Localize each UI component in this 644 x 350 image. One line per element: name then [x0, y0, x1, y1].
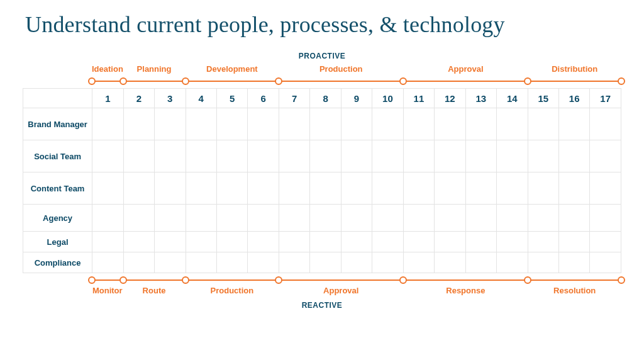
grid-cell	[341, 205, 372, 232]
proactive-phase-node	[524, 77, 531, 85]
proactive-phaseline: IdeationPlanningDevelopmentProductionApp…	[92, 64, 621, 88]
grid-cell	[310, 252, 341, 273]
reactive-phase-node	[524, 276, 531, 284]
grid-cell	[279, 172, 309, 205]
grid-col-header: 13	[465, 89, 496, 108]
grid-cell	[248, 172, 279, 205]
grid-cell	[310, 232, 341, 252]
grid-col-header: 10	[372, 89, 403, 108]
reactive-phase-node	[88, 276, 96, 284]
grid-cell	[279, 252, 309, 273]
grid-cell	[155, 205, 186, 232]
grid-cell	[155, 172, 186, 205]
grid-cell	[528, 172, 558, 205]
grid-row-header: Legal	[23, 232, 92, 252]
reactive-phase-node	[399, 276, 407, 284]
grid-cell	[558, 205, 589, 232]
grid-cell	[92, 172, 123, 205]
grid-cell	[528, 252, 558, 273]
grid-cell	[279, 205, 309, 232]
grid-cell	[248, 232, 279, 252]
grid-cell	[216, 205, 247, 232]
reactive-phase-label: Response	[403, 286, 528, 295]
grid-cell	[279, 232, 309, 252]
grid-row: Brand Manager	[23, 108, 621, 140]
grid-cell	[186, 140, 216, 172]
grid-cell	[310, 205, 341, 232]
grid-cell	[497, 140, 528, 172]
grid-cell	[341, 232, 372, 252]
grid-cell	[558, 172, 589, 205]
grid-row-header: Brand Manager	[23, 108, 92, 140]
grid-col-header: 12	[435, 89, 465, 108]
grid-cell	[403, 140, 434, 172]
grid-row-header: Content Team	[23, 172, 92, 205]
proactive-phase-node	[275, 77, 282, 85]
grid-cell	[216, 140, 247, 172]
grid-cell	[123, 140, 154, 172]
grid-col-header: 4	[186, 89, 216, 108]
reactive-phase-node	[119, 276, 127, 284]
grid-col-header: 9	[341, 89, 372, 108]
grid-col-header: 16	[558, 89, 589, 108]
grid-col-header: 11	[403, 89, 434, 108]
grid-cell	[497, 172, 528, 205]
grid-cell	[590, 108, 621, 140]
grid-cell	[465, 108, 496, 140]
diagram: PROACTIVE IdeationPlanningDevelopmentPro…	[23, 52, 621, 310]
grid-cell	[186, 205, 216, 232]
grid-col-header: 1	[92, 89, 123, 108]
grid-cell	[155, 108, 186, 140]
grid-cell	[279, 108, 309, 140]
reactive-phase-label: Resolution	[528, 286, 621, 295]
grid-cell	[216, 108, 247, 140]
proactive-phase-node	[119, 77, 127, 85]
reactive-phase-label: Monitor	[92, 286, 123, 295]
grid-cell	[92, 252, 123, 273]
grid-cell	[341, 252, 372, 273]
grid-row: Agency	[23, 205, 621, 232]
grid-cell	[372, 140, 403, 172]
grid-cell	[372, 252, 403, 273]
grid-row: Compliance	[23, 252, 621, 273]
grid-cell	[497, 232, 528, 252]
grid-cell	[341, 140, 372, 172]
grid-cell	[186, 232, 216, 252]
proactive-phase-label: Ideation	[92, 64, 123, 74]
grid-cell	[465, 172, 496, 205]
grid-cell	[435, 172, 465, 205]
reactive-phase-label: Production	[186, 286, 279, 295]
grid-cell	[528, 232, 558, 252]
grid-cell	[558, 252, 589, 273]
grid-cell	[216, 172, 247, 205]
grid-cell	[248, 140, 279, 172]
grid-row-header: Agency	[23, 205, 92, 232]
proactive-phase-node	[618, 77, 625, 85]
grid-cell	[497, 252, 528, 273]
grid-cell	[558, 232, 589, 252]
grid-col-header: 7	[279, 89, 309, 108]
grid-col-header: 6	[248, 89, 279, 108]
grid-cell	[92, 108, 123, 140]
grid-cell	[497, 205, 528, 232]
grid-cell	[341, 172, 372, 205]
grid-cell	[186, 108, 216, 140]
grid-cell	[435, 205, 465, 232]
grid-cell	[590, 172, 621, 205]
grid-corner	[23, 89, 92, 108]
grid-col-header: 3	[155, 89, 186, 108]
grid-cell	[248, 108, 279, 140]
grid-cell	[590, 205, 621, 232]
grid-cell	[528, 140, 558, 172]
proactive-phase-node	[399, 77, 407, 85]
grid-col-header: 2	[123, 89, 154, 108]
grid-cell	[123, 232, 154, 252]
grid-cell	[465, 140, 496, 172]
grid-cell	[186, 252, 216, 273]
proactive-phase-label: Production	[279, 64, 403, 74]
grid-row: Legal	[23, 232, 621, 252]
proactive-phase-label: Development	[186, 64, 279, 74]
grid-cell	[465, 232, 496, 252]
grid-cell	[465, 205, 496, 232]
grid-cell	[497, 108, 528, 140]
